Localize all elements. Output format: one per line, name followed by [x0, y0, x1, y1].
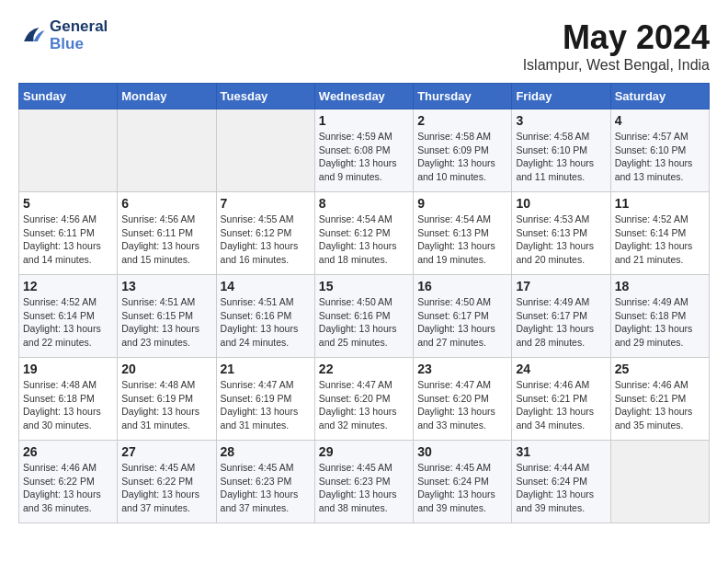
- day-number: 20: [121, 362, 211, 376]
- day-info: Sunrise: 4:56 AM Sunset: 6:11 PM Dayligh…: [23, 213, 113, 267]
- day-number: 28: [221, 444, 311, 459]
- day-info: Sunrise: 4:52 AM Sunset: 6:14 PM Dayligh…: [23, 295, 113, 350]
- day-number: 30: [417, 444, 507, 459]
- day-number: 6: [121, 196, 211, 211]
- page-header: General Blue May 2024 Islampur, West Ben…: [18, 18, 710, 74]
- day-info: Sunrise: 4:58 AM Sunset: 6:10 PM Dayligh…: [516, 130, 606, 184]
- calendar-cell: 13Sunrise: 4:51 AM Sunset: 6:15 PM Dayli…: [118, 275, 216, 358]
- day-number: 29: [319, 444, 409, 459]
- day-info: Sunrise: 4:53 AM Sunset: 6:13 PM Dayligh…: [516, 213, 606, 267]
- day-number: 7: [221, 196, 311, 211]
- month-title: May 2024: [523, 18, 710, 57]
- day-number: 26: [23, 444, 113, 459]
- day-info: Sunrise: 4:45 AM Sunset: 6:24 PM Dayligh…: [417, 461, 507, 515]
- calendar-cell: 9Sunrise: 4:54 AM Sunset: 6:13 PM Daylig…: [414, 192, 512, 275]
- calendar-cell: 30Sunrise: 4:45 AM Sunset: 6:24 PM Dayli…: [414, 441, 512, 523]
- calendar-cell: [118, 109, 216, 192]
- day-info: Sunrise: 4:45 AM Sunset: 6:23 PM Dayligh…: [319, 461, 409, 515]
- calendar-cell: 24Sunrise: 4:46 AM Sunset: 6:21 PM Dayli…: [512, 358, 610, 441]
- calendar-week-row: 19Sunrise: 4:48 AM Sunset: 6:18 PM Dayli…: [19, 358, 710, 441]
- calendar-cell: 1Sunrise: 4:59 AM Sunset: 6:08 PM Daylig…: [314, 109, 413, 192]
- day-number: 15: [319, 279, 409, 293]
- calendar-cell: 6Sunrise: 4:56 AM Sunset: 6:11 PM Daylig…: [118, 192, 216, 275]
- calendar-table: SundayMondayTuesdayWednesdayThursdayFrid…: [18, 83, 710, 523]
- calendar-cell: 11Sunrise: 4:52 AM Sunset: 6:14 PM Dayli…: [610, 192, 709, 275]
- day-info: Sunrise: 4:46 AM Sunset: 6:21 PM Dayligh…: [516, 378, 606, 432]
- day-info: Sunrise: 4:54 AM Sunset: 6:12 PM Dayligh…: [319, 213, 409, 267]
- day-info: Sunrise: 4:45 AM Sunset: 6:22 PM Dayligh…: [121, 461, 211, 515]
- day-info: Sunrise: 4:47 AM Sunset: 6:20 PM Dayligh…: [417, 378, 507, 432]
- day-number: 21: [221, 362, 311, 376]
- location: Islampur, West Bengal, India: [523, 57, 710, 74]
- calendar-cell: 2Sunrise: 4:58 AM Sunset: 6:09 PM Daylig…: [414, 109, 512, 192]
- calendar-cell: 23Sunrise: 4:47 AM Sunset: 6:20 PM Dayli…: [414, 358, 512, 441]
- day-info: Sunrise: 4:50 AM Sunset: 6:16 PM Dayligh…: [319, 295, 409, 350]
- title-block: May 2024 Islampur, West Bengal, India: [523, 18, 710, 74]
- day-info: Sunrise: 4:52 AM Sunset: 6:14 PM Dayligh…: [615, 213, 705, 267]
- day-number: 2: [417, 113, 507, 128]
- weekday-header: Wednesday: [314, 84, 413, 109]
- day-info: Sunrise: 4:46 AM Sunset: 6:21 PM Dayligh…: [615, 378, 705, 432]
- day-info: Sunrise: 4:56 AM Sunset: 6:11 PM Dayligh…: [121, 213, 211, 267]
- calendar-cell: 26Sunrise: 4:46 AM Sunset: 6:22 PM Dayli…: [19, 441, 118, 523]
- calendar-cell: 20Sunrise: 4:48 AM Sunset: 6:19 PM Dayli…: [118, 358, 216, 441]
- calendar-cell: 19Sunrise: 4:48 AM Sunset: 6:18 PM Dayli…: [19, 358, 118, 441]
- logo-text: General Blue: [50, 18, 108, 52]
- day-number: 4: [615, 113, 705, 128]
- calendar-week-row: 1Sunrise: 4:59 AM Sunset: 6:08 PM Daylig…: [19, 109, 710, 192]
- calendar-cell: 28Sunrise: 4:45 AM Sunset: 6:23 PM Dayli…: [216, 441, 314, 523]
- day-info: Sunrise: 4:47 AM Sunset: 6:19 PM Dayligh…: [221, 378, 311, 432]
- day-info: Sunrise: 4:55 AM Sunset: 6:12 PM Dayligh…: [221, 213, 311, 267]
- day-number: 14: [221, 279, 311, 293]
- day-info: Sunrise: 4:44 AM Sunset: 6:24 PM Dayligh…: [516, 461, 606, 515]
- calendar-week-row: 12Sunrise: 4:52 AM Sunset: 6:14 PM Dayli…: [19, 275, 710, 358]
- calendar-cell: 15Sunrise: 4:50 AM Sunset: 6:16 PM Dayli…: [314, 275, 413, 358]
- day-info: Sunrise: 4:50 AM Sunset: 6:17 PM Dayligh…: [417, 295, 507, 350]
- calendar-cell: 27Sunrise: 4:45 AM Sunset: 6:22 PM Dayli…: [118, 441, 216, 523]
- calendar-cell: 3Sunrise: 4:58 AM Sunset: 6:10 PM Daylig…: [512, 109, 610, 192]
- day-number: 23: [417, 362, 507, 376]
- day-number: 8: [319, 196, 409, 211]
- day-info: Sunrise: 4:49 AM Sunset: 6:17 PM Dayligh…: [516, 295, 606, 350]
- day-number: 12: [23, 279, 113, 293]
- calendar-cell: 18Sunrise: 4:49 AM Sunset: 6:18 PM Dayli…: [610, 275, 709, 358]
- day-info: Sunrise: 4:59 AM Sunset: 6:08 PM Dayligh…: [319, 130, 409, 184]
- calendar-cell: 10Sunrise: 4:53 AM Sunset: 6:13 PM Dayli…: [512, 192, 610, 275]
- weekday-header: Sunday: [19, 84, 118, 109]
- calendar-cell: 29Sunrise: 4:45 AM Sunset: 6:23 PM Dayli…: [314, 441, 413, 523]
- calendar-cell: 16Sunrise: 4:50 AM Sunset: 6:17 PM Dayli…: [414, 275, 512, 358]
- day-number: 17: [516, 279, 606, 293]
- calendar-cell: 7Sunrise: 4:55 AM Sunset: 6:12 PM Daylig…: [216, 192, 314, 275]
- calendar-cell: 17Sunrise: 4:49 AM Sunset: 6:17 PM Dayli…: [512, 275, 610, 358]
- weekday-header: Thursday: [414, 84, 512, 109]
- day-number: 1: [319, 113, 409, 128]
- calendar-cell: 8Sunrise: 4:54 AM Sunset: 6:12 PM Daylig…: [314, 192, 413, 275]
- day-info: Sunrise: 4:57 AM Sunset: 6:10 PM Dayligh…: [615, 130, 705, 184]
- day-number: 9: [417, 196, 507, 211]
- calendar-cell: 12Sunrise: 4:52 AM Sunset: 6:14 PM Dayli…: [19, 275, 118, 358]
- calendar-cell: 21Sunrise: 4:47 AM Sunset: 6:19 PM Dayli…: [216, 358, 314, 441]
- day-info: Sunrise: 4:58 AM Sunset: 6:09 PM Dayligh…: [417, 130, 507, 184]
- day-info: Sunrise: 4:47 AM Sunset: 6:20 PM Dayligh…: [319, 378, 409, 432]
- calendar-week-row: 5Sunrise: 4:56 AM Sunset: 6:11 PM Daylig…: [19, 192, 710, 275]
- calendar-cell: 14Sunrise: 4:51 AM Sunset: 6:16 PM Dayli…: [216, 275, 314, 358]
- day-number: 18: [615, 279, 705, 293]
- calendar-cell: [610, 441, 709, 523]
- day-info: Sunrise: 4:49 AM Sunset: 6:18 PM Dayligh…: [615, 295, 705, 350]
- day-info: Sunrise: 4:51 AM Sunset: 6:15 PM Dayligh…: [121, 295, 211, 350]
- day-number: 16: [417, 279, 507, 293]
- day-info: Sunrise: 4:48 AM Sunset: 6:19 PM Dayligh…: [121, 378, 211, 432]
- day-number: 11: [615, 196, 705, 211]
- day-info: Sunrise: 4:51 AM Sunset: 6:16 PM Dayligh…: [221, 295, 311, 350]
- weekday-header: Tuesday: [216, 84, 314, 109]
- calendar-cell: 31Sunrise: 4:44 AM Sunset: 6:24 PM Dayli…: [512, 441, 610, 523]
- day-number: 3: [516, 113, 606, 128]
- logo-icon: [18, 22, 46, 50]
- day-info: Sunrise: 4:54 AM Sunset: 6:13 PM Dayligh…: [417, 213, 507, 267]
- calendar-cell: 22Sunrise: 4:47 AM Sunset: 6:20 PM Dayli…: [314, 358, 413, 441]
- calendar-cell: [19, 109, 118, 192]
- day-number: 10: [516, 196, 606, 211]
- weekday-header: Monday: [118, 84, 216, 109]
- day-info: Sunrise: 4:46 AM Sunset: 6:22 PM Dayligh…: [23, 461, 113, 515]
- day-number: 5: [23, 196, 113, 211]
